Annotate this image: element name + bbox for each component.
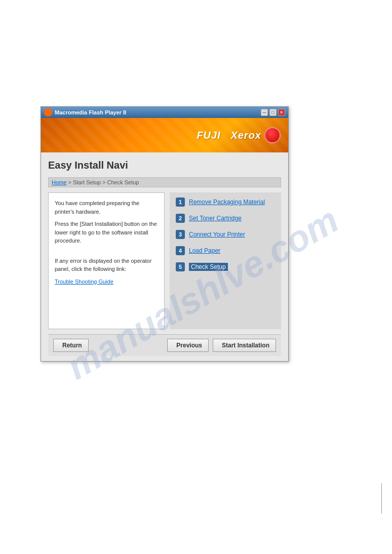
step-2-number: 2 <box>176 214 185 223</box>
previous-label: Previous <box>176 342 202 349</box>
step-3-item: 3 Connect Your Printer <box>176 230 275 239</box>
content-area: You have completed preparing the printer… <box>48 192 281 329</box>
breadcrumb: Home > Start Setup > Check Setup <box>48 177 281 187</box>
step-1-item: 1 Remove Packaging Material <box>176 197 275 207</box>
steps-panel: 1 Remove Packaging Material 2 Set Toner … <box>170 192 281 329</box>
toolbar: Return Previous <box>48 334 281 356</box>
xerox-globe-icon <box>264 127 281 143</box>
step-5-item: 5 Check Setup <box>176 262 275 271</box>
brand-fuji: FUJI <box>197 130 220 141</box>
brand-text: FUJI Xerox <box>197 130 261 141</box>
step-5-link[interactable]: Check Setup <box>189 263 228 271</box>
window-title: Macromedia Flash Player 8 <box>55 109 126 115</box>
return-button[interactable]: Return <box>53 339 89 352</box>
title-bar: Macromedia Flash Player 8 ─ □ ✕ <box>41 107 288 118</box>
close-button[interactable]: ✕ <box>278 109 285 116</box>
minimize-button[interactable]: ─ <box>261 109 268 116</box>
step-3-number: 3 <box>176 230 185 239</box>
step-2-link[interactable]: Set Toner Cartridge <box>189 215 242 222</box>
left-message2: Press the [Start Installation] button on… <box>55 220 158 245</box>
breadcrumb-home[interactable]: Home <box>52 179 66 185</box>
breadcrumb-sep2: > <box>101 179 107 185</box>
restore-button[interactable]: □ <box>269 109 277 116</box>
step-3-link[interactable]: Connect Your Printer <box>189 231 245 238</box>
app-body: Easy Install Navi Home > Start Setup > C… <box>41 152 288 361</box>
title-bar-left: Macromedia Flash Player 8 <box>44 108 126 116</box>
left-error-label: If any error is displayed on the operato… <box>55 257 158 273</box>
window-frame: Macromedia Flash Player 8 ─ □ ✕ FUJI Xer… <box>41 106 289 362</box>
title-bar-controls: ─ □ ✕ <box>261 109 285 116</box>
step-2-item: 2 Set Toner Cartridge <box>176 214 275 223</box>
breadcrumb-start-setup: Start Setup <box>73 179 101 185</box>
breadcrumb-sep1: > <box>66 179 73 185</box>
start-install-label: Start Installation <box>222 342 269 349</box>
brand-xerox: Xerox <box>230 130 261 141</box>
app-title: Easy Install Navi <box>48 157 281 173</box>
app-window: Macromedia Flash Player 8 ─ □ ✕ FUJI Xer… <box>41 106 289 362</box>
step-1-number: 1 <box>176 197 185 207</box>
return-label: Return <box>62 342 82 349</box>
app-header: FUJI Xerox <box>41 118 288 152</box>
fuji-xerox-logo: FUJI Xerox <box>197 127 281 143</box>
page-edge-line <box>381 483 382 513</box>
trouble-shooting-link[interactable]: Trouble Shooting Guide <box>55 279 113 285</box>
left-message1: You have completed preparing the printer… <box>55 199 158 216</box>
step-1-link[interactable]: Remove Packaging Material <box>189 199 265 206</box>
breadcrumb-check-setup: Check Setup <box>107 179 139 185</box>
app-icon <box>44 108 52 116</box>
step-4-item: 4 Load Paper <box>176 246 275 255</box>
left-panel: You have completed preparing the printer… <box>48 192 165 329</box>
start-installation-button[interactable]: Start Installation <box>213 339 276 352</box>
step-4-number: 4 <box>176 246 185 255</box>
step-4-link[interactable]: Load Paper <box>189 247 220 254</box>
step-5-number: 5 <box>176 262 185 271</box>
previous-button[interactable]: Previous <box>167 339 209 352</box>
